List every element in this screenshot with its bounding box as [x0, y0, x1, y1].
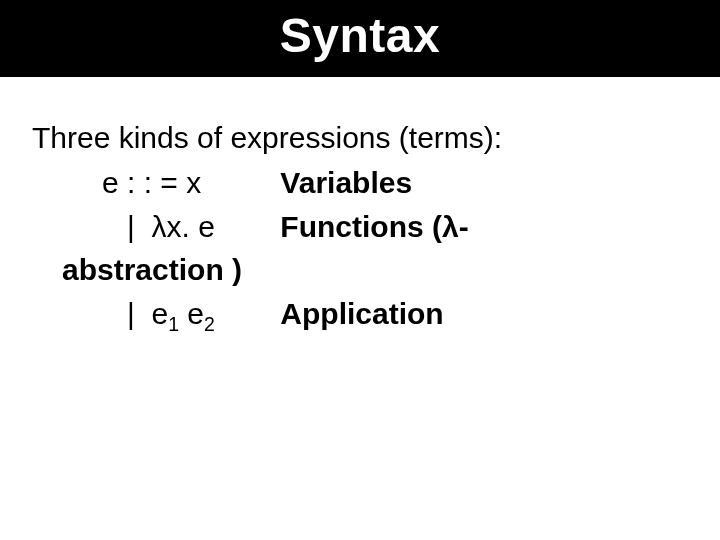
- rule2-rhs: Functions (λ-: [280, 210, 468, 243]
- grammar-rule-application: | e1 e2 Application: [102, 292, 688, 336]
- slide-title: Syntax: [0, 0, 720, 77]
- rule2-rhs-dash: -: [459, 210, 469, 243]
- rule3-mid: e: [179, 297, 204, 330]
- lambda-icon: λ: [151, 210, 166, 243]
- grammar-rule-functions: | λx. e Functions (λ-: [102, 205, 688, 249]
- rule3-lhs-prefix: | e: [102, 297, 168, 330]
- rule2-wrap: abstraction ): [62, 248, 688, 292]
- rule3-sub1: 1: [168, 313, 179, 335]
- rule2-lhs-rest: x. e: [166, 210, 214, 243]
- rule2-lhs: | λx. e: [102, 205, 272, 249]
- rule2-lhs-prefix: |: [102, 210, 151, 243]
- rule3-lhs: | e1 e2: [102, 292, 272, 336]
- lambda-icon: λ: [442, 210, 459, 243]
- rule1-rhs: Variables: [280, 166, 412, 199]
- slide-body: Three kinds of expressions (terms): e : …: [0, 77, 720, 335]
- grammar-block: e : : = x Variables | λx. e Functions (λ…: [32, 161, 688, 335]
- rule1-lhs: e : : = x: [102, 161, 272, 205]
- intro-line: Three kinds of expressions (terms):: [32, 121, 688, 155]
- rule3-sub2: 2: [204, 313, 215, 335]
- grammar-rule-variables: e : : = x Variables: [102, 161, 688, 205]
- rule3-rhs: Application: [280, 297, 443, 330]
- rule2-rhs-prefix: Functions (: [280, 210, 442, 243]
